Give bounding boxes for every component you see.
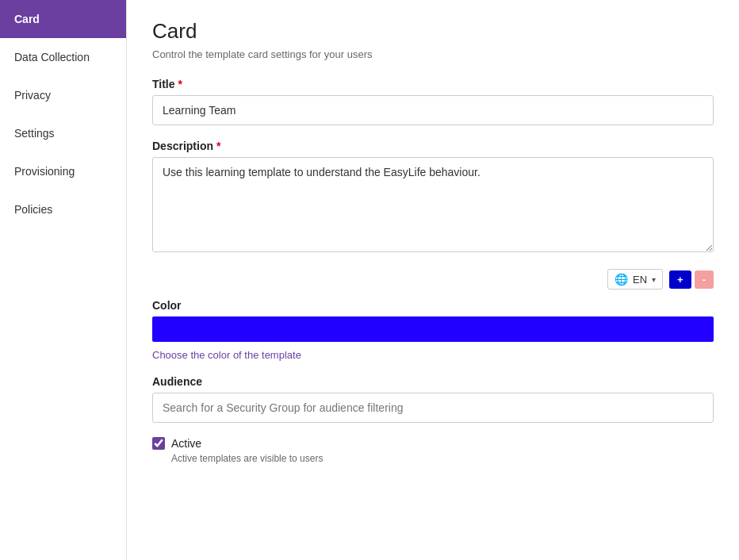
chevron-down-icon: ▾ [652,275,656,284]
globe-icon: 🌐 [615,273,628,286]
color-field-group: Color Choose the color of the template [152,299,714,361]
page-subtitle: Control the template card settings for y… [152,48,714,60]
sidebar-label-policies: Policies [14,203,52,216]
color-label: Color [152,299,714,312]
audience-field-group: Audience [152,375,714,423]
audience-search-input[interactable] [152,393,714,423]
sidebar-item-card[interactable]: Card [0,0,126,38]
sidebar-label-data-collection: Data Collection [14,51,90,63]
title-input[interactable] [152,95,714,125]
title-field-group: Title * [152,78,714,125]
language-buttons: + - [669,270,714,289]
description-label: Description * [152,140,714,152]
description-required-star: * [216,140,220,152]
sidebar-label-settings: Settings [14,127,55,140]
active-checkbox[interactable] [152,437,165,450]
remove-language-button[interactable]: - [695,270,714,289]
add-language-button[interactable]: + [669,270,691,289]
audience-label: Audience [152,375,714,388]
sidebar-item-privacy[interactable]: Privacy [0,76,126,114]
color-hint: Choose the color of the template [152,349,714,361]
active-row: Active [152,437,714,450]
page-title: Card [152,19,714,44]
sidebar-item-settings[interactable]: Settings [0,114,126,152]
sidebar-label-privacy: Privacy [14,89,51,102]
language-code: EN [633,274,647,286]
title-label: Title * [152,78,714,90]
sidebar-item-data-collection[interactable]: Data Collection [0,38,126,76]
language-selector[interactable]: 🌐 EN ▾ [607,269,663,290]
sidebar: Card Data Collection Privacy Settings Pr… [0,0,127,560]
sidebar-item-provisioning[interactable]: Provisioning [0,152,126,190]
description-textarea[interactable]: Use this learning template to understand… [152,157,714,252]
active-label[interactable]: Active [171,437,201,450]
sidebar-label-card: Card [14,13,40,25]
sidebar-label-provisioning: Provisioning [14,165,75,178]
color-picker-button[interactable] [152,316,714,342]
sidebar-item-policies[interactable]: Policies [0,190,126,228]
active-hint: Active templates are visible to users [171,453,714,464]
language-row: 🌐 EN ▾ + - [152,269,714,290]
main-content: Card Control the template card settings … [127,0,739,560]
description-field-group: Description * Use this learning template… [152,140,714,255]
color-bar-container [152,316,714,344]
title-required-star: * [178,78,182,90]
